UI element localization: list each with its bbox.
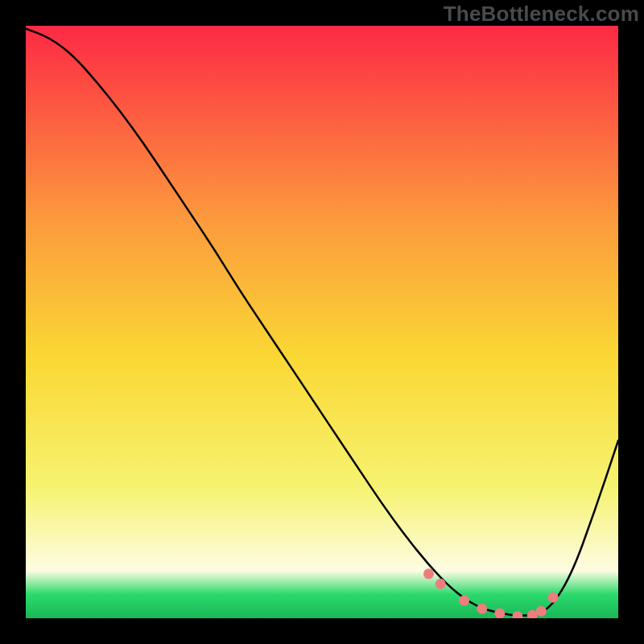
optimal-marker — [548, 592, 559, 603]
optimal-marker — [536, 606, 547, 617]
chart-frame: TheBottleneck.com — [0, 0, 644, 644]
optimal-marker — [494, 609, 505, 618]
optimal-marker — [477, 604, 487, 614]
optimal-marker — [459, 595, 469, 605]
optimal-marker — [423, 568, 434, 579]
plot-area — [26, 26, 618, 618]
bottleneck-chart — [26, 26, 618, 618]
watermark-label: TheBottleneck.com — [444, 2, 639, 27]
optimal-marker — [436, 579, 446, 589]
gradient-background — [26, 26, 618, 618]
